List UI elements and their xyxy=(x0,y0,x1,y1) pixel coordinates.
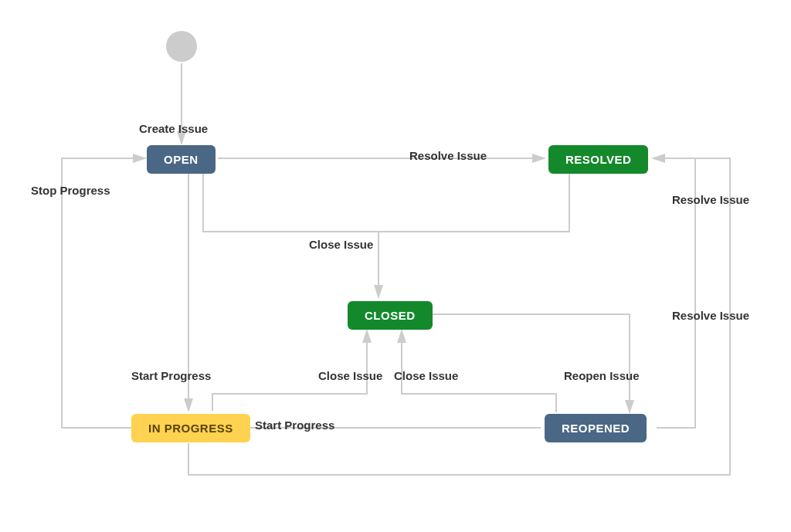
start-state-icon xyxy=(166,31,197,62)
label-resolve-issue-open: Resolve Issue xyxy=(409,149,487,162)
label-create-issue: Create Issue xyxy=(139,122,208,135)
state-open: OPEN xyxy=(147,145,216,174)
label-reopen-issue: Reopen Issue xyxy=(564,369,640,382)
label-start-progress-open: Start Progress xyxy=(131,369,211,382)
label-close-issue-top: Close Issue xyxy=(309,238,373,251)
state-resolved: RESOLVED xyxy=(548,145,648,174)
state-closed: CLOSED xyxy=(348,301,433,330)
label-close-issue-inprog: Close Issue xyxy=(318,369,382,382)
label-resolve-issue-right-lower: Resolve Issue xyxy=(672,309,749,322)
label-start-progress-reopened: Start Progress xyxy=(255,418,334,432)
state-in-progress: IN PROGRESS xyxy=(131,414,250,442)
workflow-diagram: OPEN RESOLVED CLOSED IN PROGRESS REOPENE… xyxy=(0,0,791,532)
edges-layer xyxy=(0,0,791,532)
label-resolve-issue-right-upper: Resolve Issue xyxy=(672,193,749,206)
label-stop-progress: Stop Progress xyxy=(31,184,110,197)
state-reopened: REOPENED xyxy=(545,414,647,442)
label-close-issue-reopened: Close Issue xyxy=(394,369,458,382)
